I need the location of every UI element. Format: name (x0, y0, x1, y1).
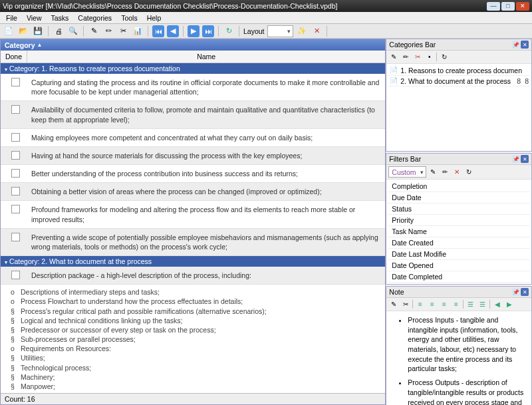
filter-field-row[interactable]: Completion (388, 181, 530, 192)
edit-icon[interactable]: ✎ (88, 25, 100, 37)
filter-field-row[interactable]: Task Name (388, 226, 530, 237)
close-panel-icon[interactable]: ✕ (521, 288, 529, 296)
note-edit-icon[interactable]: ✎ (388, 299, 398, 309)
main-toolbar: 📄 📂 💾 🖨 🔍 ✎ ✏ ✂ 📊 ⏮ ◀ ▶ ⏭ ↻ Layout ✨ ✕ (0, 24, 532, 39)
filter-field-row[interactable]: Priority (388, 215, 530, 226)
list-bullet-icon[interactable]: ☰ (466, 299, 475, 309)
category-list-item[interactable]: 📄 2. What to document at the process 88 (388, 76, 530, 86)
checkbox[interactable] (2, 186, 29, 197)
filter-preset-combo[interactable]: Custom (388, 166, 426, 178)
group-header-1[interactable]: ▾ Category: 1. Reasons to create process… (1, 63, 385, 74)
open-icon[interactable]: 📂 (17, 25, 29, 37)
task-grid: ▾ Category: 1. Reasons to create process… (1, 63, 385, 393)
note-body[interactable]: Process Inputs - tangible and intangible… (386, 311, 531, 405)
minimize-button[interactable]: — (487, 2, 500, 11)
close-panel-icon[interactable]: ✕ (521, 41, 529, 49)
cat-del-icon[interactable]: ✂ (412, 52, 422, 62)
list-number-icon[interactable]: ☰ (477, 299, 487, 309)
indent-inc-icon[interactable]: ▶ (504, 299, 514, 309)
menu-file[interactable]: File (1, 14, 22, 22)
pin-icon[interactable]: 📌 (512, 288, 520, 296)
checkbox[interactable] (2, 76, 29, 88)
filter-field-row[interactable]: Date Last Modifie (388, 249, 530, 260)
col-header-done[interactable]: Done (1, 51, 27, 63)
table-row[interactable]: Making employees more competent and conc… (1, 129, 385, 147)
status-count: 16 (27, 395, 35, 403)
filter-field-row[interactable]: Date Created (388, 237, 530, 249)
pin-icon[interactable]: 📌 (512, 41, 520, 49)
filter-field-row[interactable]: Date Opened (388, 260, 530, 271)
menu-view[interactable]: View (22, 14, 47, 22)
filter-edit-icon[interactable]: ✏ (440, 167, 450, 177)
highlight-icon[interactable]: ✏ (102, 25, 114, 37)
nav-prev-icon[interactable]: ◀ (167, 25, 179, 37)
group-by-header[interactable]: Category▲ (1, 39, 385, 51)
refresh-icon[interactable]: ↻ (223, 25, 235, 37)
new-icon[interactable]: 📄 (3, 25, 15, 37)
menu-bar: File View Tasks Categories Tools Help (0, 12, 532, 24)
table-row[interactable]: Capturing and stating the process and it… (1, 74, 385, 101)
layout-combo[interactable] (267, 25, 294, 37)
table-row[interactable]: Obtaining a better vision of areas where… (1, 183, 385, 201)
menu-help[interactable]: Help (142, 14, 166, 22)
window-title: Vip organizer [M:\Vlad\Checklists\Proces… (3, 2, 337, 10)
category-list-item[interactable]: 📄 1. Reasons to create process documen (388, 65, 530, 76)
task-detail-block: oDescriptions of intermediary steps and … (1, 285, 385, 393)
cat-new-icon[interactable]: ✎ (388, 52, 398, 62)
note-panel-title: Note (389, 288, 404, 296)
checkbox[interactable] (2, 269, 29, 281)
checkbox[interactable] (2, 132, 29, 143)
layout-label: Layout (243, 27, 265, 35)
filter-apply-icon[interactable]: ✎ (428, 167, 438, 177)
close-button[interactable]: ✕ (516, 2, 529, 11)
align-right-icon[interactable]: ≡ (439, 299, 449, 309)
maximize-button[interactable]: □ (501, 2, 515, 11)
filters-panel-title: Filters Bar (389, 155, 421, 163)
checkbox[interactable] (2, 104, 29, 115)
menu-tools[interactable]: Tools (116, 14, 142, 22)
nav-first-icon[interactable]: ⏮ (152, 25, 164, 37)
nav-last-icon[interactable]: ⏭ (202, 25, 214, 37)
filter-field-row[interactable]: Date Completed (388, 271, 530, 283)
group-header-2[interactable]: ▾ Category: 2. What to document at the p… (1, 256, 385, 267)
checkbox[interactable] (2, 203, 29, 215)
table-row[interactable]: Description package - a high-level descr… (1, 267, 385, 285)
align-justify-icon[interactable]: ≡ (451, 299, 461, 309)
save-icon[interactable]: 💾 (32, 25, 44, 37)
folder-icon: 📄 (389, 76, 398, 85)
categories-panel-title: Categories Bar (389, 41, 436, 49)
checkbox[interactable] (2, 168, 29, 179)
pin-icon[interactable]: 📌 (512, 155, 520, 163)
checkbox[interactable] (2, 231, 29, 243)
close-panel-icon[interactable]: ✕ (521, 155, 529, 163)
filter-refresh-icon[interactable]: ↻ (464, 167, 474, 177)
print-preview-icon[interactable]: 🔍 (67, 25, 79, 37)
cat-edit-icon[interactable]: ✏ (400, 52, 410, 62)
menu-categories[interactable]: Categories (73, 14, 116, 22)
table-row[interactable]: Preventing a wide scope of potentially p… (1, 229, 385, 256)
folder-icon: 📄 (389, 66, 398, 74)
filter-del-icon[interactable]: ✕ (452, 167, 462, 177)
align-center-icon[interactable]: ≡ (427, 299, 437, 309)
cat-tool-icon[interactable]: • (424, 52, 434, 62)
table-row[interactable]: Profound frameworks for modeling and alt… (1, 201, 385, 228)
nav-next-icon[interactable]: ▶ (188, 25, 200, 37)
filter-field-row[interactable]: Status (388, 203, 530, 215)
filter-field-row[interactable]: Due Date (388, 192, 530, 203)
col-header-name[interactable]: Name (27, 51, 385, 63)
checkbox[interactable] (2, 150, 29, 161)
indent-dec-icon[interactable]: ◀ (492, 299, 502, 309)
table-row[interactable]: Having at hand the source materials for … (1, 147, 385, 165)
menu-tasks[interactable]: Tasks (47, 14, 74, 22)
status-bar: Count: 16 (1, 393, 385, 404)
align-left-icon[interactable]: ≡ (415, 299, 425, 309)
delete-icon[interactable]: ✕ (311, 25, 323, 37)
wand-icon[interactable]: ✨ (296, 25, 308, 37)
cat-refresh-icon[interactable]: ↻ (439, 52, 449, 62)
table-row[interactable]: Better understanding of the process cont… (1, 165, 385, 183)
scissors-icon[interactable]: ✂ (117, 25, 129, 37)
table-row[interactable]: Availability of documented criteria to f… (1, 101, 385, 128)
print-icon[interactable]: 🖨 (53, 25, 65, 37)
note-scissors-icon[interactable]: ✂ (400, 299, 410, 309)
chart-icon[interactable]: 📊 (132, 25, 144, 37)
